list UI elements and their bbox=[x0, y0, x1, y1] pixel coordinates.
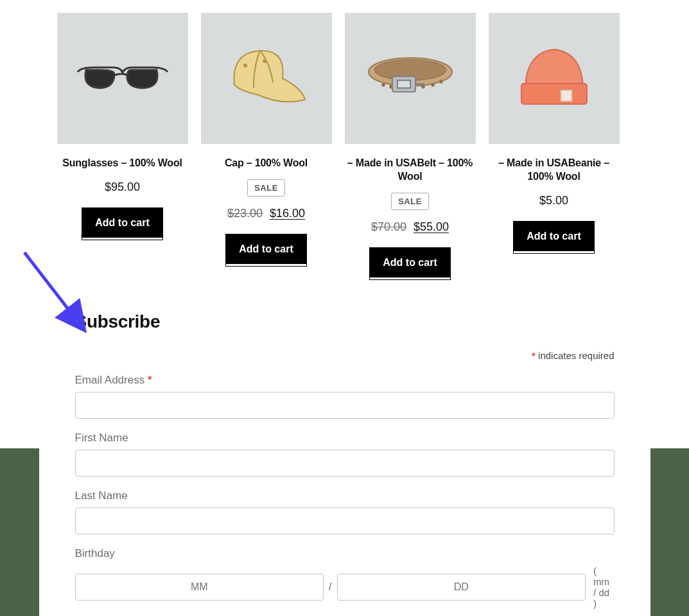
belt-icon bbox=[359, 49, 462, 107]
product-price: $23.00 $16.00 bbox=[227, 207, 305, 220]
svg-rect-6 bbox=[397, 80, 410, 88]
add-to-cart-wrap: Add to cart bbox=[514, 222, 593, 253]
product-title[interactable]: Cap – 100% Wool bbox=[223, 157, 309, 170]
sale-badge: SALE bbox=[247, 179, 285, 197]
product-price: $5.00 bbox=[539, 194, 568, 207]
price-old: $70.00 bbox=[371, 220, 406, 233]
svg-point-8 bbox=[382, 84, 385, 86]
cap-icon bbox=[218, 43, 315, 114]
birthday-field-group: Birthday / ( mm / dd ) bbox=[75, 547, 615, 609]
page-container: Sunglasses – 100% Wool $95.00 Add to car… bbox=[39, 0, 650, 616]
add-to-cart-button[interactable]: Add to cart bbox=[370, 248, 449, 277]
required-note: * indicates required bbox=[75, 350, 615, 361]
product-title[interactable]: – Made in USABeanie – 100% Wool bbox=[489, 157, 620, 184]
birthday-hint: ( mm / dd ) bbox=[593, 565, 614, 609]
last-name-input[interactable] bbox=[75, 507, 615, 534]
svg-point-11 bbox=[432, 84, 434, 86]
required-note-text: indicates required bbox=[538, 350, 614, 361]
price-new: $55.00 bbox=[414, 220, 449, 233]
svg-point-12 bbox=[440, 80, 442, 83]
product-price: $70.00 $55.00 bbox=[371, 220, 449, 234]
email-label-text: Email Address bbox=[75, 374, 145, 386]
product-card: – Made in USABeanie – 100% Wool $5.00 Ad… bbox=[489, 13, 620, 279]
add-to-cart-button[interactable]: Add to cart bbox=[82, 208, 162, 238]
add-to-cart-wrap: Add to cart bbox=[370, 248, 449, 279]
svg-point-9 bbox=[390, 85, 392, 88]
product-thumbnail[interactable] bbox=[201, 13, 332, 144]
price-value: $5.00 bbox=[539, 194, 568, 207]
svg-rect-14 bbox=[561, 90, 572, 101]
birthday-label: Birthday bbox=[75, 547, 615, 560]
product-thumbnail[interactable] bbox=[345, 13, 476, 144]
product-thumbnail[interactable] bbox=[489, 13, 620, 144]
product-price: $95.00 bbox=[105, 180, 140, 194]
subscribe-heading: Subscribe bbox=[75, 312, 615, 332]
birthday-month-input[interactable] bbox=[75, 574, 324, 601]
required-star-icon: * bbox=[532, 350, 536, 361]
svg-point-10 bbox=[422, 85, 424, 88]
add-to-cart-wrap: Add to cart bbox=[226, 234, 306, 266]
last-name-label: Last Name bbox=[75, 489, 615, 502]
svg-point-2 bbox=[263, 60, 266, 62]
first-name-field-group: First Name bbox=[75, 432, 615, 477]
first-name-input[interactable] bbox=[75, 450, 615, 477]
email-label: Email Address * bbox=[75, 374, 615, 387]
subscribe-section: Subscribe * indicates required Email Add… bbox=[57, 312, 632, 616]
birthday-inputs: / ( mm / dd ) bbox=[75, 565, 615, 609]
slash-separator: / bbox=[329, 581, 331, 593]
sunglasses-icon bbox=[74, 56, 171, 101]
add-to-cart-wrap: Add to cart bbox=[82, 208, 162, 240]
product-card: – Made in USABelt – 100% Wool SALE $70.0… bbox=[345, 13, 476, 279]
beanie-icon bbox=[512, 40, 596, 117]
email-input[interactable] bbox=[75, 392, 615, 419]
add-to-cart-button[interactable]: Add to cart bbox=[226, 234, 306, 264]
product-grid: Sunglasses – 100% Wool $95.00 Add to car… bbox=[57, 0, 632, 279]
product-title[interactable]: – Made in USABelt – 100% Wool bbox=[345, 157, 476, 184]
email-field-group: Email Address * bbox=[75, 374, 615, 419]
price-new: $16.00 bbox=[270, 207, 305, 220]
required-star-icon: * bbox=[148, 374, 152, 386]
product-card: Sunglasses – 100% Wool $95.00 Add to car… bbox=[57, 13, 188, 279]
first-name-label: First Name bbox=[75, 432, 615, 444]
svg-rect-13 bbox=[521, 84, 587, 104]
price-value: $95.00 bbox=[105, 180, 140, 193]
price-old: $23.00 bbox=[227, 207, 263, 220]
sale-badge: SALE bbox=[391, 193, 429, 210]
product-card: Cap – 100% Wool SALE $23.00 $16.00 Add t… bbox=[201, 13, 332, 279]
svg-point-1 bbox=[244, 64, 247, 67]
product-title[interactable]: Sunglasses – 100% Wool bbox=[61, 157, 184, 170]
product-thumbnail[interactable] bbox=[57, 13, 188, 144]
last-name-field-group: Last Name bbox=[75, 489, 615, 534]
add-to-cart-button[interactable]: Add to cart bbox=[514, 222, 593, 251]
birthday-day-input[interactable] bbox=[337, 574, 586, 601]
